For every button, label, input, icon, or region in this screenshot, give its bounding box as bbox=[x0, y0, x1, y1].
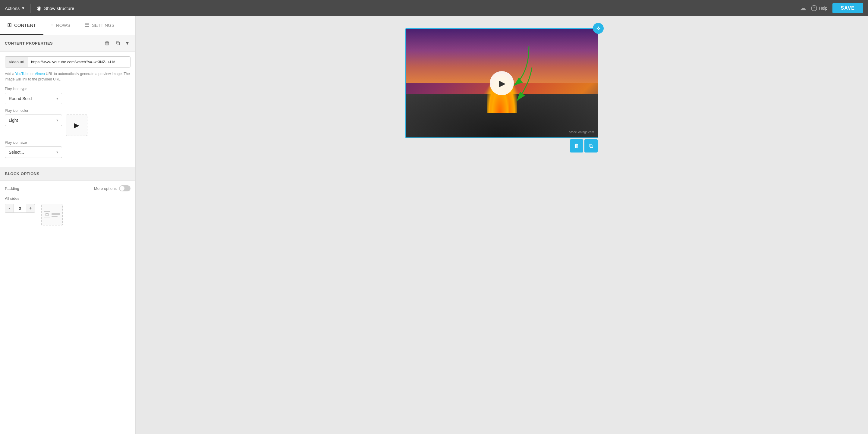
block-actions: 🗑 ⧉ bbox=[570, 139, 598, 153]
settings-tab-label: SETTINGS bbox=[92, 23, 115, 28]
play-icon-type-value: Round Solid bbox=[9, 96, 32, 101]
youtube-link[interactable]: YouTube bbox=[15, 72, 29, 76]
settings-tab-icon: ☰ bbox=[85, 22, 90, 28]
play-icon-color-value: Light bbox=[9, 118, 18, 123]
play-icon-preview: ▶ bbox=[66, 115, 87, 136]
play-button[interactable]: ▶ bbox=[490, 71, 514, 95]
content-properties-title: CONTENT PROPERTIES bbox=[5, 41, 53, 45]
topbar-divider bbox=[30, 4, 31, 13]
help-label: Help bbox=[819, 6, 828, 10]
actions-label: Actions bbox=[5, 6, 20, 11]
block-options-header: BLOCK OPTIONS bbox=[0, 167, 135, 181]
more-options-label: More options bbox=[94, 186, 117, 191]
section-header-actions: 🗑 ⧉ ▾ bbox=[103, 39, 130, 47]
show-structure-label: Show structure bbox=[44, 6, 74, 11]
eye-icon: ◉ bbox=[37, 5, 41, 11]
stepper-value: 0 bbox=[14, 204, 26, 213]
play-icon-type-label: Play icon type bbox=[5, 87, 130, 91]
toggle-knob bbox=[120, 186, 124, 191]
play-icon-color-dropdown[interactable]: Light ▾ bbox=[5, 115, 62, 126]
content-tab-icon: ⊞ bbox=[7, 22, 12, 28]
cloud-upload-icon[interactable]: ☁ bbox=[800, 4, 806, 12]
video-url-input[interactable] bbox=[28, 57, 130, 67]
vimeo-link[interactable]: Vimeo bbox=[35, 72, 45, 76]
show-structure-button[interactable]: ◉ Show structure bbox=[37, 5, 74, 11]
tab-settings[interactable]: ☰ SETTINGS bbox=[78, 16, 122, 35]
move-handle[interactable]: ✛ bbox=[593, 23, 604, 34]
more-options-row: More options bbox=[94, 185, 130, 191]
play-icon-color-group: Play icon color Light ▾ ▶ bbox=[5, 108, 130, 136]
canvas-area: StockFootage.com ▶ ✛ 🗑 ⧉ bbox=[135, 16, 868, 434]
play-preview-icon: ▶ bbox=[74, 121, 79, 129]
main-layout: ⊞ CONTENT ≡ ROWS ☰ SETTINGS CONTENT PROP… bbox=[0, 16, 868, 434]
play-icon: ▶ bbox=[499, 79, 506, 88]
play-icon-size-label: Play icon size bbox=[5, 141, 130, 145]
canvas-inner: StockFootage.com ▶ ✛ 🗑 ⧉ bbox=[405, 28, 598, 138]
move-icon: ✛ bbox=[596, 26, 600, 31]
actions-menu[interactable]: Actions ▾ bbox=[5, 5, 24, 11]
play-icon-type-group: Play icon type Round Solid ▾ bbox=[5, 87, 130, 104]
stepper-plus-button[interactable]: + bbox=[26, 204, 35, 213]
sidebar-body: CONTENT PROPERTIES 🗑 ⧉ ▾ Video url Add a… bbox=[0, 35, 135, 434]
video-url-help-text: Add a YouTube or Vimeo URL to automatica… bbox=[5, 71, 130, 82]
padding-stepper: - 0 + bbox=[5, 204, 35, 213]
video-url-field: Video url bbox=[5, 56, 130, 67]
more-options-toggle[interactable] bbox=[119, 185, 130, 191]
stepper-minus-button[interactable]: - bbox=[5, 204, 14, 213]
block-options-body: Padding More options All sides - 0 + bbox=[0, 181, 135, 230]
padding-row: Padding More options bbox=[5, 185, 130, 191]
padding-layout-preview bbox=[41, 204, 63, 225]
play-icon-color-label: Play icon color bbox=[5, 108, 130, 113]
block-copy-button[interactable]: ⧉ bbox=[584, 139, 598, 153]
save-button[interactable]: SAVE bbox=[832, 3, 863, 13]
play-icon-size-arrow: ▾ bbox=[56, 150, 58, 154]
padding-label: Padding bbox=[5, 186, 19, 191]
play-icon-color-arrow: ▾ bbox=[56, 118, 58, 122]
help-button[interactable]: ? Help bbox=[811, 5, 828, 11]
question-icon: ? bbox=[811, 5, 817, 11]
block-options-title: BLOCK OPTIONS bbox=[5, 172, 39, 176]
rows-tab-label: ROWS bbox=[56, 23, 70, 28]
actions-arrow: ▾ bbox=[22, 5, 24, 11]
collapse-button[interactable]: ▾ bbox=[124, 39, 130, 47]
video-url-label: Video url bbox=[5, 57, 28, 67]
play-icon-color-row: Light ▾ ▶ bbox=[5, 115, 130, 136]
tab-rows[interactable]: ≡ ROWS bbox=[43, 16, 78, 35]
video-block[interactable]: StockFootage.com ▶ ✛ 🗑 ⧉ bbox=[405, 28, 598, 138]
tab-content[interactable]: ⊞ CONTENT bbox=[0, 16, 43, 35]
content-properties-header: CONTENT PROPERTIES 🗑 ⧉ ▾ bbox=[0, 35, 135, 52]
content-properties-form: Video url Add a YouTube or Vimeo URL to … bbox=[0, 52, 135, 167]
sidebar: ⊞ CONTENT ≡ ROWS ☰ SETTINGS CONTENT PROP… bbox=[0, 16, 135, 434]
content-tab-label: CONTENT bbox=[14, 23, 36, 28]
topbar-right: ☁ ? Help SAVE bbox=[800, 3, 863, 13]
delete-button[interactable]: 🗑 bbox=[103, 39, 112, 47]
copy-button[interactable]: ⧉ bbox=[114, 39, 122, 47]
play-icon-size-group: Play icon size Select... ▾ bbox=[5, 141, 130, 158]
block-delete-button[interactable]: 🗑 bbox=[570, 139, 583, 153]
play-icon-type-dropdown[interactable]: Round Solid ▾ bbox=[5, 93, 62, 104]
sidebar-tabs: ⊞ CONTENT ≡ ROWS ☰ SETTINGS bbox=[0, 16, 135, 35]
play-icon-size-placeholder: Select... bbox=[9, 150, 24, 155]
rows-tab-icon: ≡ bbox=[51, 22, 54, 28]
play-icon-size-dropdown[interactable]: Select... ▾ bbox=[5, 147, 62, 158]
play-icon-type-arrow: ▾ bbox=[56, 96, 58, 101]
play-icon-type-row: Round Solid ▾ bbox=[5, 93, 130, 104]
topbar: Actions ▾ ◉ Show structure ☁ ? Help SAVE bbox=[0, 0, 868, 16]
all-sides-label: All sides bbox=[5, 196, 130, 201]
video-thumbnail: StockFootage.com ▶ bbox=[406, 29, 598, 137]
